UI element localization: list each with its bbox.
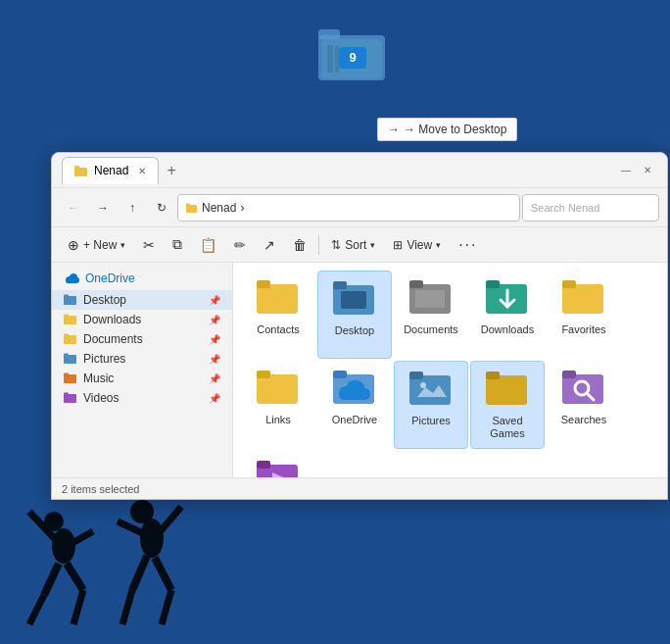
new-tab-button[interactable]: + [159, 162, 183, 179]
svg-rect-54 [333, 371, 347, 378]
refresh-button[interactable]: ↻ [148, 194, 175, 222]
saved-games-label: Saved Games [475, 415, 540, 440]
svg-rect-50 [562, 280, 576, 288]
documents-sidebar-icon [64, 332, 77, 346]
svg-line-15 [162, 590, 171, 624]
pin-icon-doc: 📌 [209, 334, 220, 345]
file-grid: Contacts Desktop [233, 263, 667, 477]
svg-rect-59 [486, 372, 500, 379]
share-button[interactable]: ↗ [256, 231, 283, 259]
delete-button[interactable]: 🗑 [285, 231, 314, 259]
videos-icon [255, 457, 302, 477]
forward-button[interactable]: → [89, 194, 117, 222]
svg-rect-32 [64, 334, 69, 338]
up-button[interactable]: ↑ [119, 194, 146, 222]
new-button[interactable]: ⊕ + New ▾ [60, 231, 133, 259]
svg-point-9 [140, 519, 164, 558]
file-item-contacts[interactable]: Contacts [241, 271, 315, 359]
svg-line-4 [44, 564, 59, 595]
main-content: OneDrive Desktop 📌 Downloads 📌 [52, 263, 667, 477]
sidebar-documents-label: Documents [83, 332, 143, 346]
svg-line-5 [29, 595, 44, 624]
contacts-label: Contacts [257, 323, 299, 336]
copy-button[interactable]: ⧉ [165, 231, 190, 259]
svg-line-13 [122, 590, 132, 624]
file-item-searches[interactable]: Searches [547, 361, 621, 449]
music-sidebar-icon [64, 372, 77, 385]
sidebar-item-documents[interactable]: Documents 📌 [52, 329, 232, 349]
svg-rect-49 [562, 284, 603, 314]
sidebar-videos-label: Videos [83, 391, 119, 405]
sidebar-downloads-label: Downloads [83, 313, 141, 326]
file-item-links[interactable]: Links [241, 361, 315, 449]
svg-rect-26 [186, 203, 190, 206]
documents-label: Documents [404, 323, 458, 336]
file-item-videos[interactable]: Videos [241, 451, 315, 477]
pin-icon: 📌 [209, 295, 220, 306]
view-button[interactable]: ⊞ View ▾ [385, 231, 449, 259]
close-button[interactable]: ✕ [638, 161, 657, 180]
svg-rect-34 [64, 354, 69, 358]
nav-toolbar: ← → ↑ ↻ Nenad › Search Nenad [52, 188, 667, 227]
more-button[interactable]: ··· [451, 231, 485, 259]
svg-rect-56 [409, 372, 423, 379]
svg-rect-42 [333, 281, 347, 289]
pin-icon-pic: 📌 [209, 354, 220, 365]
contacts-icon [255, 276, 302, 320]
favorites-label: Favorites [561, 323, 605, 336]
file-item-onedrive[interactable]: OneDrive [317, 361, 392, 449]
onedrive-label: OneDrive [332, 414, 377, 426]
desktop-folder-icon[interactable]: 9 [313, 18, 392, 86]
sidebar-desktop-label: Desktop [83, 293, 126, 307]
svg-rect-24 [74, 166, 79, 170]
searches-label: Searches [561, 414, 606, 426]
explorer-window: Nenad ✕ + — ✕ ← → ↑ ↻ Nenad › Search Nen… [51, 152, 668, 500]
svg-line-10 [118, 521, 145, 534]
pictures-sidebar-icon [64, 352, 77, 366]
tab-close-btn[interactable]: ✕ [138, 166, 146, 176]
sidebar-item-downloads[interactable]: Downloads 📌 [52, 310, 232, 329]
sort-label: Sort [345, 238, 366, 252]
cut-button[interactable]: ✂ [135, 231, 163, 259]
paste-button[interactable]: 📋 [192, 231, 224, 259]
svg-text:9: 9 [349, 50, 356, 65]
pictures-folder-icon [407, 368, 455, 411]
svg-rect-45 [409, 280, 423, 288]
breadcrumb-root: Nenad [202, 201, 236, 215]
new-btn-label: + New [83, 238, 117, 252]
svg-rect-40 [257, 280, 270, 288]
sort-button[interactable]: ⇅ Sort ▾ [323, 231, 383, 259]
sidebar-item-videos[interactable]: Videos 📌 [52, 388, 232, 408]
pin-icon-music: 📌 [209, 373, 220, 384]
documents-icon [407, 276, 455, 320]
sidebar-onedrive[interactable]: OneDrive [52, 267, 232, 290]
sidebar-item-desktop[interactable]: Desktop 📌 [52, 290, 232, 310]
sidebar-item-pictures[interactable]: Pictures 📌 [52, 349, 232, 369]
svg-rect-46 [415, 290, 445, 308]
sidebar: OneDrive Desktop 📌 Downloads 📌 [52, 263, 233, 477]
file-item-favorites[interactable]: Favorites [547, 271, 621, 359]
back-button[interactable]: ← [60, 194, 87, 222]
folder-tab-icon [74, 164, 88, 177]
tab-label: Nenad [94, 164, 128, 177]
rename-button[interactable]: ✏ [226, 231, 254, 259]
sidebar-item-music[interactable]: Music 📌 [52, 369, 232, 388]
move-to-desktop-tooltip: → → Move to Desktop [377, 118, 517, 141]
status-text: 2 items selected [62, 483, 139, 495]
minimize-button[interactable]: — [616, 161, 636, 180]
file-item-downloads[interactable]: Downloads [470, 271, 545, 359]
svg-rect-65 [257, 461, 270, 469]
links-icon [255, 367, 302, 410]
file-item-documents[interactable]: Documents [394, 271, 468, 359]
sidebar-music-label: Music [83, 372, 114, 385]
links-label: Links [265, 414, 291, 426]
file-item-pictures[interactable]: Pictures [394, 361, 468, 449]
svg-rect-51 [257, 374, 298, 404]
search-box[interactable]: Search Nenad [522, 194, 659, 222]
breadcrumb-folder-icon [186, 202, 198, 214]
explorer-tab[interactable]: Nenad ✕ [62, 157, 159, 184]
file-item-saved-games[interactable]: Saved Games [470, 361, 545, 449]
arrow-icon: → [388, 123, 400, 136]
file-item-desktop[interactable]: Desktop [317, 271, 392, 359]
breadcrumb[interactable]: Nenad › [177, 194, 520, 222]
